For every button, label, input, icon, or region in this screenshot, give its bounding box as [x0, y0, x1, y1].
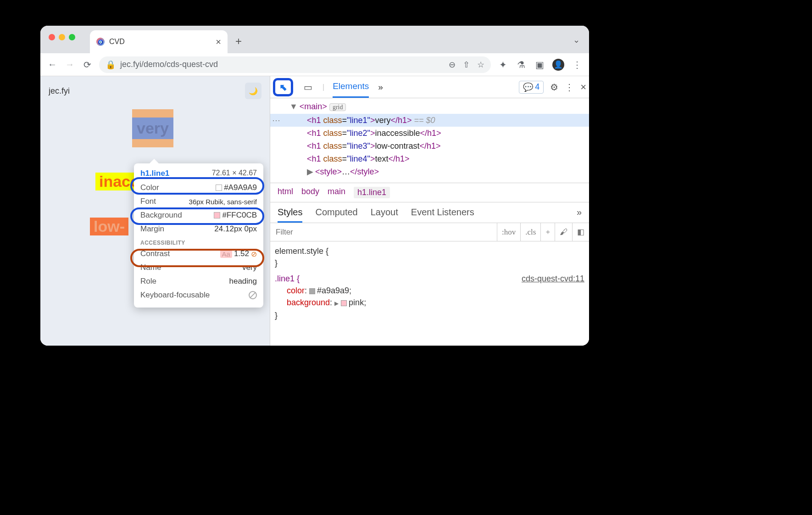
contrast-aa-chip: Aa — [220, 250, 232, 258]
tooltip-font-value: 36px Rubik, sans-serif — [189, 197, 257, 206]
tooltip-name-value: very — [242, 263, 257, 272]
sidepanel-icon[interactable]: ▣ — [534, 59, 545, 70]
inspect-element-button[interactable]: ⬉ — [273, 78, 293, 96]
kebab-menu-icon[interactable]: ⋮ — [565, 82, 574, 93]
minimize-window-button[interactable] — [59, 34, 65, 40]
warning-icon: ⊘ — [251, 250, 257, 258]
dom-tree[interactable]: ▼<main> grid ⋯ <h1 class="line1">very</h… — [270, 98, 589, 183]
page-header: jec.fyi 🌙 — [40, 76, 270, 106]
filter-input[interactable]: Filter — [270, 228, 497, 237]
bg-swatch-icon[interactable] — [341, 300, 347, 306]
tooltip-margin-label: Margin — [140, 224, 164, 234]
line1-element[interactable]: very — [132, 109, 173, 147]
forward-button: → — [64, 59, 75, 70]
tooltip-name-label: Name — [140, 263, 161, 272]
row-actions-icon[interactable]: ⋯ — [272, 114, 280, 126]
dom-h1-line1[interactable]: ⋯ <h1 class="line1">very</h1> == $0 — [270, 114, 589, 127]
crumb-h1[interactable]: h1.line1 — [354, 187, 390, 198]
device-icon: ▭ — [304, 82, 312, 93]
dom-main-element[interactable]: ▼<main> grid — [270, 100, 589, 114]
tooltip-color-value: #A9A9A9 — [224, 183, 257, 192]
address-bar[interactable]: 🔒 jec.fyi/demo/cds-quest-cvd ⊖ ⇧ ☆ — [99, 56, 491, 73]
grid-badge[interactable]: grid — [329, 103, 346, 111]
line1-text: very — [137, 119, 169, 137]
favicon-icon: 🧿 — [96, 38, 105, 46]
tooltip-role-value: heading — [229, 277, 257, 286]
tabs-dropdown-icon[interactable]: ⌄ — [573, 35, 580, 45]
share-icon[interactable]: ⇧ — [463, 60, 470, 70]
line1-rule[interactable]: cds-quest-cvd:11 .line1 { color: #a9a9a9… — [275, 273, 584, 321]
element-inspect-tooltip: h1.line1 72.61 × 42.67 Color #A9A9A9 Fon… — [134, 163, 263, 308]
rendered-page: jec.fyi 🌙 very inacc low- h1.line1 72.61… — [40, 76, 270, 346]
close-devtools-icon[interactable]: × — [580, 81, 586, 93]
styles-tabs-overflow-icon[interactable]: » — [577, 207, 582, 223]
devtools-toolbar: ⬉ ▭ | Elements » 💬4 ⚙ ⋮ × — [270, 76, 589, 98]
devtools-tabs: Elements » — [333, 76, 383, 98]
tabs-overflow-icon[interactable]: » — [378, 76, 383, 98]
inspect-cursor-icon: ⬉ — [279, 82, 287, 93]
toggle-sidebar-icon[interactable]: ◧ — [572, 223, 589, 241]
tab-title: CVD — [109, 38, 211, 46]
browser-tab[interactable]: 🧿 CVD × — [90, 30, 228, 53]
computed-styles-icon[interactable]: 🖌 — [555, 223, 572, 241]
tab-computed[interactable]: Computed — [315, 207, 357, 223]
site-title: jec.fyi — [49, 86, 70, 96]
not-focusable-icon — [249, 291, 257, 299]
toolbar-actions: ✦ ⚗ ▣ 👤 ⋮ — [497, 59, 583, 71]
tooltip-role-label: Role — [140, 277, 156, 286]
expand-icon[interactable]: ▼ — [289, 102, 298, 111]
crumb-html[interactable]: html — [278, 187, 293, 198]
dom-h1-line2[interactable]: <h1 class="line2">inaccessible</h1> — [270, 127, 589, 140]
tooltip-color-label: Color — [140, 183, 159, 192]
dom-style-element[interactable]: ▶<style>…</style> — [270, 165, 589, 178]
titlebar: 🧿 CVD × + ⌄ — [40, 26, 589, 53]
hov-button[interactable]: :hov — [497, 223, 520, 241]
back-button[interactable]: ← — [47, 59, 58, 70]
expand-icon[interactable]: ▶ — [307, 167, 313, 176]
tab-elements[interactable]: Elements — [333, 76, 369, 98]
zoom-out-icon[interactable]: ⊖ — [449, 60, 456, 70]
labs-icon[interactable]: ⚗ — [516, 59, 527, 70]
tooltip-contrast-label: Contrast — [140, 249, 170, 258]
line3-element[interactable]: low- — [90, 218, 128, 235]
styles-tabs: Styles Computed Layout Event Listeners » — [270, 202, 589, 223]
css-rules-pane[interactable]: element.style { } cds-quest-cvd:11 .line… — [270, 241, 589, 321]
device-toolbar-button[interactable]: ▭ — [298, 78, 318, 96]
content-area: jec.fyi 🌙 very inacc low- h1.line1 72.61… — [40, 76, 589, 346]
dom-h1-line3[interactable]: <h1 class="line3">low-contrast</h1> — [270, 140, 589, 152]
window-controls — [49, 34, 75, 40]
settings-icon[interactable]: ⚙ — [550, 82, 558, 93]
bookmark-icon[interactable]: ☆ — [477, 60, 484, 70]
tab-styles[interactable]: Styles — [278, 207, 302, 223]
tab-event-listeners[interactable]: Event Listeners — [411, 207, 474, 223]
omnibox-actions: ⊖ ⇧ ☆ — [449, 60, 484, 70]
tooltip-margin-value: 24.12px 0px — [214, 224, 257, 234]
element-style-rule[interactable]: element.style { } — [275, 245, 584, 269]
css-source-link[interactable]: cds-quest-cvd:11 — [522, 273, 584, 285]
cls-button[interactable]: .cls — [520, 223, 540, 241]
crumb-main[interactable]: main — [328, 187, 345, 198]
maximize-window-button[interactable] — [69, 34, 75, 40]
theme-toggle-button[interactable]: 🌙 — [245, 83, 261, 99]
breadcrumb: html body main h1.line1 — [270, 183, 589, 202]
reload-button[interactable]: ⟳ — [82, 59, 93, 70]
extensions-icon[interactable]: ✦ — [497, 59, 508, 70]
profile-avatar[interactable]: 👤 — [552, 59, 564, 71]
issues-button[interactable]: 💬4 — [519, 81, 544, 94]
lock-icon: 🔒 — [106, 60, 116, 70]
new-style-rule-button[interactable]: + — [540, 223, 555, 241]
menu-icon[interactable]: ⋮ — [572, 59, 583, 70]
comment-icon: 💬 — [523, 82, 533, 92]
close-window-button[interactable] — [49, 34, 55, 40]
close-tab-icon[interactable]: × — [216, 37, 221, 47]
crumb-body[interactable]: body — [301, 187, 319, 198]
dom-h1-line4[interactable]: <h1 class="line4">text</h1> — [270, 152, 589, 165]
url-text: jec.fyi/demo/cds-quest-cvd — [120, 60, 444, 69]
expand-shorthand-icon[interactable]: ▶ — [334, 300, 339, 307]
tooltip-contrast-value: 1.52 — [234, 249, 249, 258]
bg-swatch — [214, 212, 220, 218]
color-swatch — [216, 185, 222, 191]
tab-layout[interactable]: Layout — [371, 207, 398, 223]
color-swatch-icon[interactable] — [309, 288, 315, 294]
new-tab-button[interactable]: + — [235, 35, 242, 48]
